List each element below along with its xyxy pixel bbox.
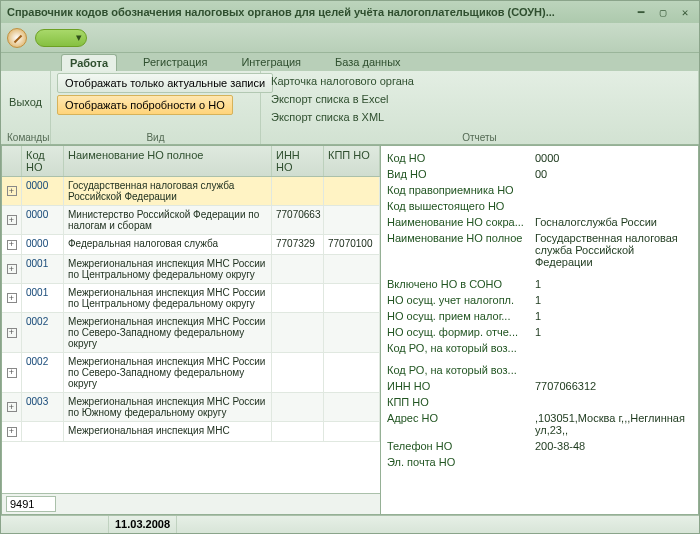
- cell-inn: 7707329: [272, 235, 324, 254]
- row-expander[interactable]: +: [2, 353, 22, 392]
- d-tel-value: 200-38-48: [535, 440, 692, 452]
- cell-code: 0003: [22, 393, 64, 421]
- d-f2-value: 1: [535, 310, 692, 322]
- d-parent-label: Код вышестоящего НО: [387, 200, 527, 212]
- maximize-button[interactable]: ▢: [655, 5, 671, 19]
- work-area: Код НО Наименование НО полное ИНН НО КПП…: [1, 145, 699, 515]
- export-xml-link[interactable]: Экспорт списка в XML: [267, 109, 692, 125]
- group-commands: Выход Команды: [1, 71, 51, 144]
- cell-kpp: [324, 206, 380, 234]
- plus-icon: +: [7, 215, 17, 225]
- col-kpp[interactable]: КПП НО: [324, 146, 380, 176]
- row-expander[interactable]: +: [2, 422, 22, 441]
- close-button[interactable]: ✕: [677, 5, 693, 19]
- cell-inn: [272, 313, 324, 352]
- table-row[interactable]: +0002Межрегиональная инспекция МНС Росси…: [2, 353, 380, 393]
- d-code-label: Код НО: [387, 152, 527, 164]
- d-ro2-value: [535, 364, 692, 376]
- row-expander[interactable]: +: [2, 284, 22, 312]
- cell-kpp: [324, 313, 380, 352]
- cell-name: Межрегиональная инспекция МНС: [64, 422, 272, 441]
- table-row[interactable]: +0002Межрегиональная инспекция МНС Росси…: [2, 313, 380, 353]
- d-f1-label: НО осущ. учет налогопл.: [387, 294, 527, 306]
- plus-icon: +: [7, 264, 17, 274]
- table-row[interactable]: +0000Федеральная налоговая служба7707329…: [2, 235, 380, 255]
- cell-name: Межрегиональная инспекция МНС России по …: [64, 393, 272, 421]
- export-excel-link[interactable]: Экспорт списка в Excel: [267, 91, 692, 107]
- titlebar: Справочник кодов обозначения налоговых о…: [1, 1, 699, 23]
- d-succ-value: [535, 184, 692, 196]
- window-controls: ━ ▢ ✕: [633, 5, 693, 19]
- cell-inn: [272, 353, 324, 392]
- details-panel[interactable]: Код НО0000 Вид НО00 Код правоприемника Н…: [381, 145, 699, 515]
- show-actual-button[interactable]: Отображать только актуальные записи: [57, 73, 273, 93]
- card-link[interactable]: Карточка налогового органа: [267, 73, 692, 89]
- row-expander[interactable]: +: [2, 313, 22, 352]
- d-kpp-label: КПП НО: [387, 396, 527, 408]
- row-expander[interactable]: +: [2, 177, 22, 205]
- grid: Код НО Наименование НО полное ИНН НО КПП…: [1, 145, 381, 515]
- d-full-value: Государственная налоговая служба Российс…: [535, 232, 692, 268]
- cell-code: 0002: [22, 313, 64, 352]
- d-code-value: 0000: [535, 152, 692, 164]
- tab-registration[interactable]: Регистрация: [135, 54, 215, 70]
- cell-name: Межрегиональная инспекция МНС России по …: [64, 284, 272, 312]
- d-sono-label: Включено НО в СОНО: [387, 278, 527, 290]
- d-inn-label: ИНН НО: [387, 380, 527, 392]
- d-succ-label: Код правоприемника НО: [387, 184, 527, 196]
- row-expander[interactable]: +: [2, 206, 22, 234]
- d-short-label: Наименование НО сокра...: [387, 216, 527, 228]
- tab-integration[interactable]: Интеграция: [233, 54, 309, 70]
- grid-body[interactable]: +0000Государственная налоговая служба Ро…: [2, 177, 380, 493]
- d-addr-value: ,103051,Москва г,,,Неглинная ул,23,,: [535, 412, 692, 436]
- col-name[interactable]: Наименование НО полное: [64, 146, 272, 176]
- cell-name: Федеральная налоговая служба: [64, 235, 272, 254]
- app-window: Справочник кодов обозначения налоговых о…: [0, 0, 700, 534]
- cell-name: Межрегиональная инспекция МНС России по …: [64, 255, 272, 283]
- col-code[interactable]: Код НО: [22, 146, 64, 176]
- d-f1-value: 1: [535, 294, 692, 306]
- d-type-label: Вид НО: [387, 168, 527, 180]
- tab-database[interactable]: База данных: [327, 54, 409, 70]
- table-row[interactable]: +0001Межрегиональная инспекция МНС Росси…: [2, 284, 380, 313]
- ribbon-tabs: Работа Регистрация Интеграция База данны…: [1, 53, 699, 71]
- row-expander[interactable]: +: [2, 255, 22, 283]
- table-row[interactable]: +0000Министерство Российской Федерации п…: [2, 206, 380, 235]
- group-reports-caption: Отчеты: [267, 131, 692, 144]
- minimize-button[interactable]: ━: [633, 5, 649, 19]
- cell-code: [22, 422, 64, 441]
- quick-dropdown[interactable]: ▾: [35, 29, 87, 47]
- grid-footer: [2, 493, 380, 514]
- exit-button[interactable]: Выход: [5, 94, 46, 110]
- app-orb-icon[interactable]: [7, 28, 27, 48]
- tab-work[interactable]: Работа: [61, 54, 117, 71]
- row-expander[interactable]: +: [2, 393, 22, 421]
- cell-code: 0000: [22, 235, 64, 254]
- d-f3-label: НО осущ. формир. отче...: [387, 326, 527, 338]
- window-title: Справочник кодов обозначения налоговых о…: [7, 6, 633, 18]
- cell-inn: [272, 393, 324, 421]
- plus-icon: +: [7, 368, 17, 378]
- d-sono-value: 1: [535, 278, 692, 290]
- show-details-button[interactable]: Отображать побробности о НО: [57, 95, 233, 115]
- plus-icon: +: [7, 293, 17, 303]
- plus-icon: +: [7, 240, 17, 250]
- group-view: Отображать только актуальные записи Отоб…: [51, 71, 261, 144]
- table-row[interactable]: +Межрегиональная инспекция МНС: [2, 422, 380, 442]
- row-count-field[interactable]: [6, 496, 56, 512]
- table-row[interactable]: +0001Межрегиональная инспекция МНС Росси…: [2, 255, 380, 284]
- d-f2-label: НО осущ. прием налог...: [387, 310, 527, 322]
- cell-kpp: [324, 284, 380, 312]
- table-row[interactable]: +0000Государственная налоговая служба Ро…: [2, 177, 380, 206]
- d-short-value: Госналогслужба России: [535, 216, 692, 228]
- plus-icon: +: [7, 402, 17, 412]
- quick-access-bar: ▾: [1, 23, 699, 53]
- d-inn-value: 7707066312: [535, 380, 692, 392]
- col-inn[interactable]: ИНН НО: [272, 146, 324, 176]
- table-row[interactable]: +0003Межрегиональная инспекция МНС Росси…: [2, 393, 380, 422]
- d-kpp-value: [535, 396, 692, 408]
- row-expander[interactable]: +: [2, 235, 22, 254]
- cell-name: Межрегиональная инспекция МНС России по …: [64, 313, 272, 352]
- d-addr-label: Адрес НО: [387, 412, 527, 436]
- cell-kpp: 77070100: [324, 235, 380, 254]
